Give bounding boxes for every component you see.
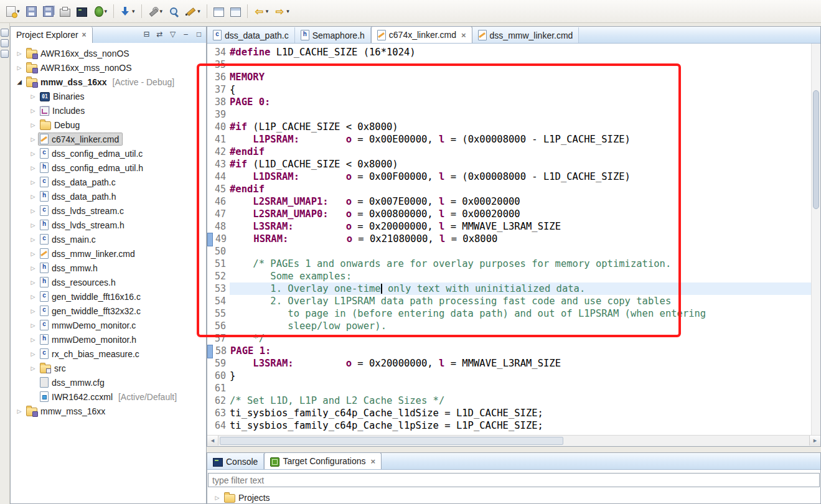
tree-item-dss-lvds-stream-c[interactable]: ▷cdss_lvds_stream.c <box>11 203 206 218</box>
gutter-annotation[interactable] <box>207 419 212 432</box>
horizontal-scrollbar-track[interactable] <box>218 436 809 446</box>
tree-item-binaries[interactable]: ▷Binaries <box>11 89 206 103</box>
editor-tab-c674x-linker-cmd[interactable]: c674x_linker.cmd× <box>371 26 472 43</box>
horizontal-scrollbar-thumb[interactable] <box>220 437 563 445</box>
tree-item-dss-main-c[interactable]: ▷cdss_main.c <box>11 232 206 246</box>
bottom-tab-target-configurations[interactable]: Target Configurations× <box>264 452 382 469</box>
gutter-annotation[interactable] <box>207 332 212 345</box>
code-line-57[interactable]: 57 */ <box>207 332 812 345</box>
dropdown-caret-icon[interactable]: ▾ <box>17 8 20 14</box>
gutter-annotation[interactable] <box>207 282 212 295</box>
code-line-38[interactable]: 38PAGE 0: <box>207 96 812 108</box>
flash-download-button[interactable]: ▾ <box>118 2 138 20</box>
gutter-annotation[interactable] <box>207 146 212 158</box>
maximize-icon[interactable]: □ <box>193 29 205 40</box>
code-line-56[interactable]: 56 sleep/low power). <box>207 320 812 332</box>
tree-item-src[interactable]: ▷src <box>11 361 206 375</box>
code-line-51[interactable]: 51 /* PAGEs 1 and onwards are for overla… <box>207 258 812 270</box>
tree-item-projects[interactable]: ▷Projects <box>207 490 820 504</box>
forward-history-button[interactable]: ⇨▾ <box>272 2 292 20</box>
code-line-40[interactable]: 40#if (L1P_CACHE_SIZE < 0x8000) <box>207 121 812 133</box>
gutter-annotation[interactable] <box>207 170 212 183</box>
gutter-annotation[interactable] <box>207 270 212 282</box>
tree-item-gen-twiddle-fft32x32-c[interactable]: ▷cgen_twiddle_fft32x32.c <box>11 304 206 318</box>
twistie-collapsed-icon[interactable]: ▷ <box>28 265 38 271</box>
code-line-44[interactable]: 44 L1DSRAM: o = 0x00F00000, l = (0x00008… <box>207 170 812 183</box>
open-view-button[interactable] <box>228 2 243 20</box>
gutter-annotation[interactable] <box>207 195 212 208</box>
dropdown-caret-icon[interactable]: ▾ <box>132 8 135 14</box>
gutter-annotation[interactable] <box>207 121 212 133</box>
tree-item-awr16xx-mss-nonos[interactable]: ▷AWR16xx_mss_nonOS <box>11 60 206 75</box>
twistie-collapsed-icon[interactable]: ▷ <box>28 165 38 171</box>
print-button[interactable] <box>57 2 73 20</box>
open-console-button[interactable] <box>74 2 90 20</box>
tree-item-dss-mmw-cfg[interactable]: dss_mmw.cfg <box>11 375 206 390</box>
twistie-collapsed-icon[interactable]: ▷ <box>28 93 38 100</box>
gutter-annotation[interactable] <box>207 382 212 394</box>
editor-tab-semaphore-h[interactable]: hSemaphore.h <box>295 27 371 43</box>
dropdown-caret-icon[interactable]: ▾ <box>286 8 289 14</box>
twistie-collapsed-icon[interactable]: ▷ <box>212 495 222 501</box>
gutter-annotation[interactable] <box>207 133 212 146</box>
editor-tab-dss-mmw-linker-cmd[interactable]: dss_mmw_linker.cmd <box>472 27 579 43</box>
code-line-42[interactable]: 42#endif <box>207 146 812 158</box>
dropdown-caret-icon[interactable]: ▾ <box>160 8 163 14</box>
gutter-annotation[interactable] <box>207 71 212 83</box>
gutter-annotation[interactable] <box>207 307 212 320</box>
code-line-43[interactable]: 43#if (L1D_CACHE_SIZE < 0x8000) <box>207 158 812 170</box>
twistie-collapsed-icon[interactable]: ▷ <box>28 308 38 314</box>
code-line-36[interactable]: 36MEMORY <box>207 71 812 83</box>
tree-item-dss-mmw-h[interactable]: ▷hdss_mmw.h <box>11 261 206 275</box>
twistie-collapsed-icon[interactable]: ▷ <box>28 351 38 357</box>
tree-item-rx-ch-bias-measure-c[interactable]: ▷crx_ch_bias_measure.c <box>11 347 206 361</box>
code-line-59[interactable]: 59 L3SRAM: o = 0x20000000, l = MMWAVE_L3… <box>207 357 812 370</box>
twistie-collapsed-icon[interactable]: ▷ <box>28 194 38 200</box>
debug-button[interactable]: ▾ <box>91 2 110 20</box>
tree-item-dss-data-path-h[interactable]: ▷hdss_data_path.h <box>11 189 206 203</box>
twistie-collapsed-icon[interactable]: ▷ <box>28 208 38 214</box>
code-line-48[interactable]: 48 L3SRAM: o = 0x20000000, l = MMWAVE_L3… <box>207 220 812 233</box>
gutter-annotation[interactable] <box>207 208 212 220</box>
dropdown-caret-icon[interactable]: ▾ <box>266 8 269 14</box>
close-tab-icon[interactable]: × <box>370 457 375 466</box>
gutter-annotation[interactable] <box>207 158 212 170</box>
gutter-annotation[interactable] <box>207 58 212 71</box>
code-line-35[interactable]: 35 <box>207 58 812 71</box>
filter-input[interactable] <box>208 473 820 487</box>
gutter-annotation[interactable] <box>207 357 212 370</box>
twistie-collapsed-icon[interactable]: ▷ <box>28 251 38 257</box>
tree-item-dss-mmw-linker-cmd[interactable]: ▷dss_mmw_linker.cmd <box>11 246 206 261</box>
code-line-61[interactable]: 61 <box>207 382 812 394</box>
tree-item-awr16xx-dss-nonos[interactable]: ▷AWR16xx_dss_nonOS <box>11 46 206 60</box>
dropdown-caret-icon[interactable]: ▾ <box>105 8 108 14</box>
collapse-all-icon[interactable]: ⊟ <box>141 29 152 40</box>
build-tools-button[interactable]: ▾ <box>146 2 166 20</box>
project-explorer-tab[interactable]: Project Explorer × <box>11 27 93 43</box>
code-line-45[interactable]: 45#endif <box>207 183 812 195</box>
twistie-collapsed-icon[interactable]: ▷ <box>28 279 38 286</box>
code-line-46[interactable]: 46 L2SRAM_UMAP1: o = 0x007E0000, l = 0x0… <box>207 195 812 208</box>
save-all-button[interactable] <box>40 2 56 20</box>
twistie-collapsed-icon[interactable]: ▷ <box>28 222 38 228</box>
tree-item-mmwdemo-monitor-c[interactable]: ▷cmmwDemo_monitor.c <box>11 318 206 332</box>
code-line-54[interactable]: 54 2. Overlay L1PSRAM data path processi… <box>207 295 812 307</box>
code-line-47[interactable]: 47 L2SRAM_UMAP0: o = 0x00800000, l = 0x0… <box>207 208 812 220</box>
change-marker[interactable] <box>207 233 213 246</box>
tree-item-dss-data-path-c[interactable]: ▷cdss_data_path.c <box>11 175 206 189</box>
gutter-annotation[interactable] <box>207 407 212 419</box>
save-button[interactable] <box>24 2 39 20</box>
code-editor[interactable]: 34#define L1D_CACHE_SIZE (16*1024)3536ME… <box>207 43 820 436</box>
twistie-collapsed-icon[interactable]: ▷ <box>28 122 38 128</box>
twistie-expanded-icon[interactable]: ◢ <box>14 78 24 85</box>
tree-item-mmw-dss-16xx[interactable]: ◢mmw_dss_16xx [Active - Debug] <box>11 75 206 89</box>
gutter-annotation[interactable] <box>207 183 212 195</box>
gutter-annotation[interactable] <box>207 96 212 108</box>
code-line-60[interactable]: 60} <box>207 370 812 382</box>
tree-item-debug[interactable]: ▷Debug <box>11 118 206 132</box>
code-line-52[interactable]: 52 Some examples: <box>207 270 812 282</box>
twistie-collapsed-icon[interactable]: ▷ <box>28 322 38 329</box>
code-line-49[interactable]: 49 HSRAM: o = 0x21080000, l = 0x8000 <box>207 233 812 245</box>
twistie-collapsed-icon[interactable]: ▷ <box>28 365 38 371</box>
bottom-tab-console[interactable]: Console <box>207 454 264 469</box>
